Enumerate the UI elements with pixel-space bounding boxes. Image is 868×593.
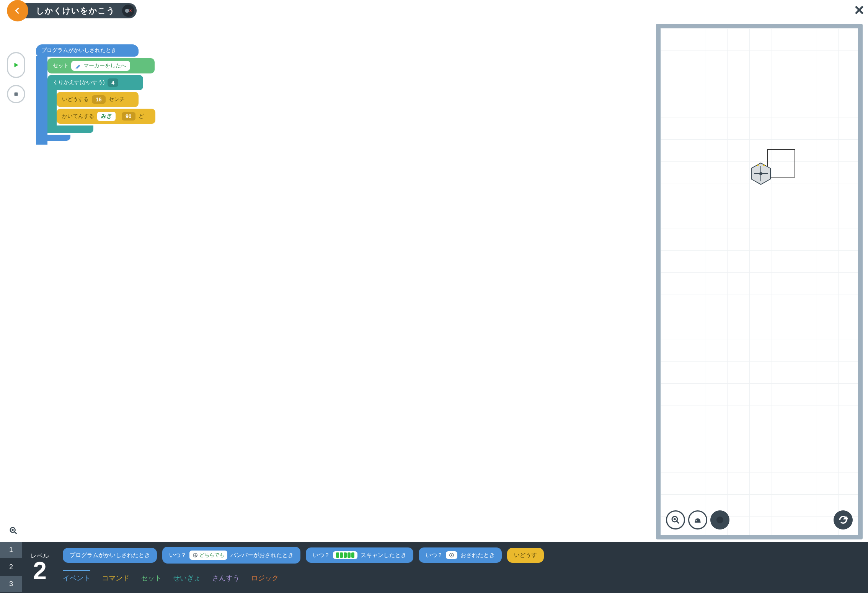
block-stack[interactable]: プログラムがかいしされたとき セット マーカーをしたへ くりかえす(かいすう) …	[36, 44, 155, 141]
page-title: しかくけいをかこう	[36, 5, 115, 16]
level-indicator: レベル 2	[22, 542, 57, 593]
marker-icon	[75, 63, 81, 69]
stage-panel	[656, 24, 863, 539]
back-button[interactable]	[7, 0, 28, 21]
close-button[interactable]: ×	[854, 2, 864, 18]
category-logic[interactable]: ロジック	[251, 570, 279, 583]
svg-point-18	[716, 516, 723, 523]
connection-x-icon: ×	[129, 8, 132, 13]
hat-end[interactable]	[36, 135, 70, 141]
workspace-zoom-button[interactable]	[9, 526, 18, 536]
repeat-block[interactable]: くりかえす(かいすう) 4	[47, 75, 143, 90]
turn-label-pre: かいてんする	[62, 113, 94, 120]
svg-rect-17	[695, 521, 701, 523]
set-block[interactable]: セット マーカーをしたへ	[47, 58, 155, 73]
hat-c-column	[36, 56, 47, 145]
palette-block-move[interactable]: いどうす	[507, 548, 544, 563]
block-palette: プログラムがかいしされたとき いつ？ どちらでも バンパーがおされたとき いつ？…	[57, 542, 868, 593]
move-block[interactable]: いどうする 16 センチ	[57, 92, 139, 107]
repeat-label: くりかえす(かいすう)	[53, 79, 104, 86]
hat-block[interactable]: プログラムがかいしされたとき	[36, 44, 139, 57]
palette-block-scan[interactable]: いつ？ スキャンしたとき	[306, 547, 413, 563]
bottom-panel: 1 2 3 レベル 2 プログラムがかいしされたとき いつ？ どちらでも バンパ…	[0, 542, 868, 593]
svg-point-0	[125, 9, 129, 13]
stage-color-button[interactable]	[710, 510, 729, 529]
palette-block-bumper[interactable]: いつ？ どちらでも バンパーがおされたとき	[162, 547, 300, 564]
turn-label-post: ど	[139, 113, 144, 120]
svg-rect-1	[15, 93, 18, 96]
repeat-count[interactable]: 4	[108, 78, 118, 87]
level-tab-3[interactable]: 3	[0, 576, 22, 593]
turn-direction[interactable]: みぎ	[97, 112, 116, 121]
palette-block-program-start[interactable]: プログラムがかいしされたとき	[63, 548, 157, 563]
category-math[interactable]: さんすう	[212, 570, 240, 583]
set-pill-text: マーカーをしたへ	[83, 62, 126, 69]
move-label-post: センチ	[109, 96, 125, 103]
repeat-end[interactable]	[47, 125, 93, 133]
svg-point-24	[451, 554, 452, 556]
category-set[interactable]: セット	[141, 570, 162, 583]
bumper-icon	[193, 552, 198, 558]
category-control[interactable]: せいぎょ	[173, 570, 201, 583]
stage-zoom-button[interactable]	[666, 510, 685, 529]
level-tab-2[interactable]: 2	[0, 559, 22, 576]
svg-line-13	[677, 521, 679, 523]
palette-block-touch[interactable]: いつ？ おされたとき	[419, 547, 502, 563]
category-event[interactable]: イベント	[63, 570, 90, 583]
touch-icon	[449, 552, 454, 558]
set-marker-pill[interactable]: マーカーをしたへ	[71, 61, 130, 71]
level-tabs: 1 2 3	[0, 542, 22, 593]
svg-line-3	[15, 532, 17, 534]
turn-block[interactable]: かいてんする みぎ 90 ど	[57, 109, 155, 124]
block-workspace[interactable]: プログラムがかいしされたとき セット マーカーをしたへ くりかえす(かいすう) …	[0, 21, 654, 542]
category-tabs: イベント コマンド セット せいぎょ さんすう ロジック	[63, 570, 863, 583]
stop-button[interactable]	[7, 85, 25, 103]
robot-sprite[interactable]	[749, 162, 772, 185]
category-command[interactable]: コマンド	[102, 570, 129, 583]
page-title-bar: しかくけいをかこう ×	[18, 3, 137, 18]
move-value[interactable]: 16	[92, 95, 106, 104]
level-number: 2	[33, 559, 47, 583]
svg-point-11	[763, 165, 765, 166]
connection-badge[interactable]: ×	[122, 5, 134, 17]
level-tab-1[interactable]: 1	[0, 542, 22, 559]
stage-speed-button[interactable]	[688, 510, 707, 529]
stage-canvas[interactable]	[661, 28, 858, 535]
set-label: セット	[53, 62, 69, 69]
svg-point-16	[696, 520, 697, 521]
svg-point-10	[757, 165, 759, 166]
play-button[interactable]	[7, 52, 25, 78]
move-label-pre: いどうする	[62, 96, 89, 103]
stage-reset-button[interactable]	[834, 510, 853, 529]
hat-label: プログラムがかいしされたとき	[41, 47, 116, 54]
turn-degrees[interactable]: 90	[122, 112, 135, 121]
